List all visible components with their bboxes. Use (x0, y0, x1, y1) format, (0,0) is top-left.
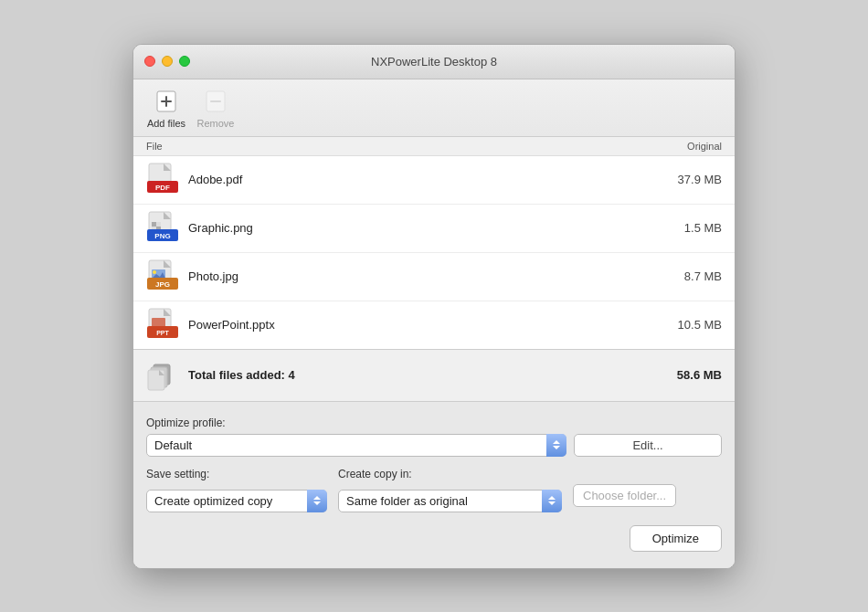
optimize-profile-label: Optimize profile: (146, 417, 722, 429)
profile-select-wrapper: Default (146, 434, 566, 457)
totals-icon (146, 359, 179, 392)
toolbar: Add files Remove (133, 79, 735, 137)
optimize-button[interactable]: Optimize (630, 525, 722, 552)
table-row[interactable]: PNG Graphic.png 1.5 MB (133, 205, 735, 253)
zoom-button[interactable] (179, 56, 190, 67)
traffic-lights (144, 56, 190, 67)
jpg-file-icon: JPG (146, 260, 179, 293)
table-row[interactable]: JPG Photo.jpg 8.7 MB (133, 253, 735, 301)
file-table: File Original PDF Adobe.pdf 37.9 MB (133, 137, 735, 350)
add-files-label: Add files (147, 118, 185, 129)
minimize-button[interactable] (162, 56, 173, 67)
close-button[interactable] (144, 56, 155, 67)
file-name: Graphic.png (188, 221, 658, 235)
add-files-icon (152, 87, 181, 116)
col-file: File (146, 141, 163, 152)
svg-rect-31 (148, 370, 164, 390)
svg-text:PNG: PNG (154, 232, 170, 240)
main-window: NXPowerLite Desktop 8 Add files Remove (132, 44, 736, 569)
png-file-icon: PNG (146, 212, 179, 245)
svg-rect-12 (156, 222, 161, 227)
copy-location-select[interactable]: Same folder as original (338, 490, 562, 512)
copy-in-label: Create copy in: (338, 468, 562, 480)
col-original: Original (687, 141, 722, 152)
svg-text:PDF: PDF (155, 184, 170, 192)
copy-select-wrapper: Same folder as original (338, 490, 562, 512)
profile-select-row: Default Edit... (146, 434, 722, 457)
svg-text:JPG: JPG (155, 280, 170, 289)
choose-folder-button[interactable]: Choose folder... (573, 484, 676, 507)
totals-label: Total files added: 4 (188, 368, 677, 382)
table-header: File Original (133, 137, 735, 156)
save-col-middle: Create copy in: Same folder as original (338, 468, 562, 512)
save-setting-label: Save setting: (146, 468, 327, 480)
ppt-file-icon: PPT (146, 309, 179, 342)
save-col-right: Choose folder... (573, 484, 676, 507)
file-size: 1.5 MB (658, 221, 722, 235)
file-size: 37.9 MB (658, 173, 722, 186)
save-col-left: Save setting: Create optimized copy (146, 468, 327, 512)
file-size: 10.5 MB (658, 318, 722, 332)
pdf-file-icon: PDF (146, 164, 179, 196)
save-select-wrapper: Create optimized copy (146, 490, 327, 512)
edit-button[interactable]: Edit... (574, 434, 722, 457)
file-name: PowerPoint.pptx (188, 318, 658, 332)
profile-select[interactable]: Default (146, 434, 566, 457)
save-setting-row: Save setting: Create optimized copy Crea… (146, 468, 722, 512)
title-bar: NXPowerLite Desktop 8 (133, 45, 735, 79)
window-title: NXPowerLite Desktop 8 (371, 55, 497, 69)
table-row[interactable]: PPT PowerPoint.pptx 10.5 MB (133, 301, 735, 349)
totals-row: Total files added: 4 58.6 MB (133, 350, 735, 402)
svg-text:PPT: PPT (156, 330, 169, 336)
add-files-button[interactable]: Add files (146, 87, 186, 129)
table-row[interactable]: PDF Adobe.pdf 37.9 MB (133, 156, 735, 205)
svg-point-21 (153, 270, 156, 274)
optimize-row: Optimize (146, 525, 722, 552)
totals-size: 58.6 MB (677, 368, 722, 382)
svg-rect-11 (152, 222, 156, 227)
remove-icon (201, 87, 230, 116)
remove-button[interactable]: Remove (196, 87, 236, 129)
remove-label: Remove (197, 118, 235, 129)
svg-rect-26 (152, 318, 165, 327)
save-setting-select[interactable]: Create optimized copy (146, 490, 327, 512)
profile-row: Optimize profile: Default Edit... (146, 417, 722, 457)
bottom-panel: Optimize profile: Default Edit... Save s… (133, 402, 735, 568)
file-name: Photo.jpg (188, 269, 658, 283)
file-size: 8.7 MB (658, 269, 722, 283)
file-name: Adobe.pdf (188, 173, 658, 186)
